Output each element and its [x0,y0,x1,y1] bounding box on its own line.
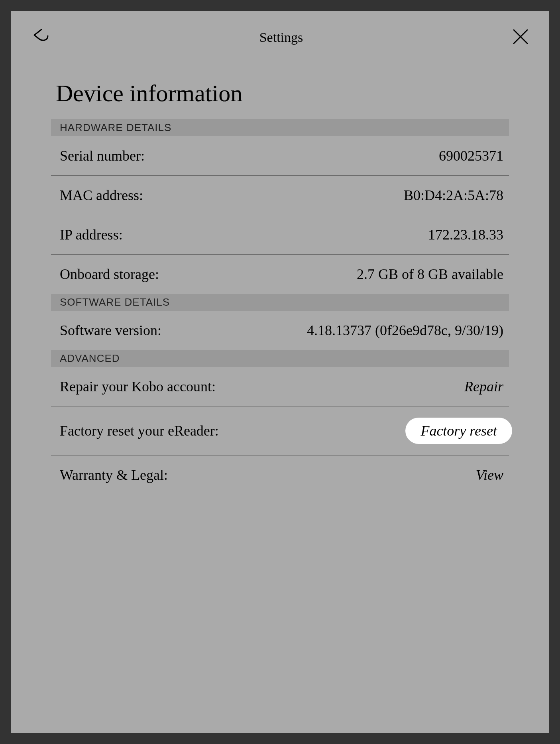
row-factory-reset: Factory reset your eReader: Factory rese… [51,406,509,455]
back-arrow-icon [31,27,50,46]
warranty-label: Warranty & Legal: [60,467,168,483]
section-software-header: SOFTWARE DETAILS [51,294,509,311]
serial-value: 690025371 [439,147,503,164]
close-button[interactable] [512,28,529,47]
row-onboard-storage: Onboard storage: 2.7 GB of 8 GB availabl… [51,255,509,294]
row-mac-address: MAC address: B0:D4:2A:5A:78 [51,176,509,215]
repair-button[interactable]: Repair [464,378,503,395]
header-title: Settings [259,30,303,45]
ip-value: 172.23.18.33 [428,226,503,243]
mac-label: MAC address: [60,187,143,204]
repair-label: Repair your Kobo account: [60,378,216,395]
section-advanced-header: ADVANCED [51,350,509,367]
ip-label: IP address: [60,226,123,243]
version-value: 4.18.13737 (0f26e9d78c, 9/30/19) [307,322,503,339]
row-warranty-legal: Warranty & Legal: View [51,455,509,495]
factory-reset-button[interactable]: Factory reset [405,418,512,444]
storage-value: 2.7 GB of 8 GB available [357,266,503,283]
version-label: Software version: [60,322,161,339]
page-title: Device information [51,80,509,107]
settings-screen: Settings Device information HARDWARE DET… [11,11,549,733]
section-hardware-header: HARDWARE DETAILS [51,119,509,136]
header-bar: Settings [11,11,549,60]
row-serial-number: Serial number: 690025371 [51,136,509,176]
mac-value: B0:D4:2A:5A:78 [404,187,503,204]
row-repair-account: Repair your Kobo account: Repair [51,367,509,406]
row-software-version: Software version: 4.18.13737 (0f26e9d78c… [51,311,509,350]
warranty-view-button[interactable]: View [476,467,503,483]
content-area: Device information HARDWARE DETAILS Seri… [11,80,549,495]
back-button[interactable] [31,27,50,48]
close-icon [512,28,529,45]
storage-label: Onboard storage: [60,266,159,283]
row-ip-address: IP address: 172.23.18.33 [51,215,509,255]
factory-label: Factory reset your eReader: [60,422,219,439]
serial-label: Serial number: [60,147,145,164]
